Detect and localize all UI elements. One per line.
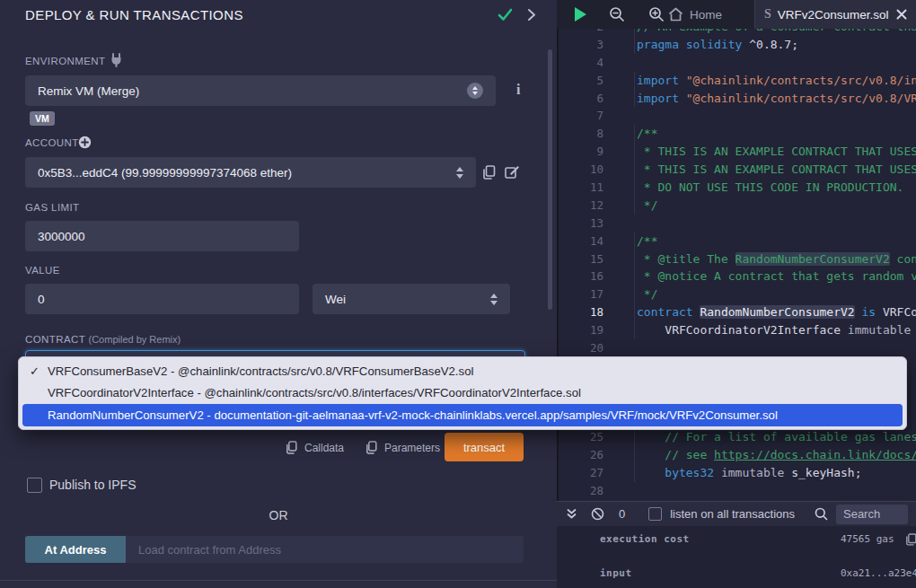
copy-calldata-icon[interactable] (286, 441, 297, 454)
zoom-out-icon[interactable] (609, 6, 627, 24)
terminal-bar: 0 listen on all transactions Search (557, 501, 916, 526)
tab-home-label: Home (690, 8, 722, 22)
code-line: 10 * THIS IS AN EXAMPLE CONTRACT THAT US… (557, 161, 916, 179)
close-tab-icon[interactable] (896, 9, 907, 20)
code-line: 20 (557, 339, 916, 357)
line-text: // An example of a consumer contract tha… (634, 29, 916, 36)
copy-parameters-icon[interactable] (366, 441, 377, 454)
collapse-panel-chevron-icon[interactable] (527, 8, 536, 22)
zoom-in-icon[interactable] (648, 6, 666, 24)
select-caret-icon (456, 167, 463, 179)
plug-icon (110, 53, 123, 67)
panel-scrollbar[interactable] (548, 49, 552, 310)
tab-vrfv2consumer[interactable]: S VRFv2Consumer.sol (754, 0, 916, 29)
contract-dropdown-list: ✓VRFConsumerBaseV2 - @chainlink/contract… (18, 356, 907, 430)
terminal-output[interactable]: execution cost47565 gasinput0xa21...a23e… (557, 526, 916, 588)
terminal-row-value: 47565 gas (841, 533, 894, 545)
terminal-row-value: 0xa21...a23e4 (841, 567, 916, 579)
line-number: 4 (557, 54, 603, 72)
code-line: 17 */ (557, 285, 916, 303)
listen-all-transactions-checkbox[interactable] (648, 507, 662, 521)
line-number: 25 (557, 428, 603, 446)
contract-dropdown-option[interactable]: VRFCoordinatorV2Interface - @chainlink/c… (22, 382, 903, 405)
line-text: */ (634, 197, 916, 215)
line-text: VRFCoordinatorV2Interface immutable COOR… (634, 321, 916, 339)
gas-limit-input[interactable]: 3000000 (25, 221, 299, 251)
code-line: 8/** (557, 125, 916, 143)
line-number: 20 (557, 339, 603, 357)
line-text: // see https://docs.chain.link/docs/vrf-… (634, 446, 916, 464)
line-number: 17 (557, 285, 603, 303)
line-text: * DO NOT USE THIS CODE IN PRODUCTION. (634, 179, 916, 197)
pending-tx-count: 0 (619, 507, 625, 521)
line-number: 8 (557, 125, 603, 143)
environment-select[interactable]: Remix VM (Merge) (25, 75, 496, 106)
value-unit: Wei (325, 293, 346, 306)
line-text: /** (634, 233, 916, 250)
line-text: // For a list of available gas lanes on … (634, 428, 916, 446)
code-line: 13 (557, 215, 916, 233)
line-text: import "@chainlink/contracts/src/v0.8/in… (634, 72, 916, 90)
contract-dropdown-option[interactable]: RandomNumberConsumerV2 - documentation-g… (22, 404, 903, 426)
code-line: 28 (557, 482, 916, 500)
code-view[interactable]: 2// An example of a consumer contract th… (557, 29, 916, 501)
code-line: 7 (557, 107, 916, 125)
at-address-button[interactable]: At Address (25, 536, 126, 563)
line-number: 26 (557, 446, 603, 464)
environment-value: Remix VM (Merge) (38, 84, 139, 98)
code-line: 3pragma solidity ^0.8.7; (557, 36, 916, 54)
code-line: 18contract RandomNumberConsumerV2 is VRF… (557, 303, 916, 321)
line-number: 15 (557, 250, 603, 268)
panel-divider (0, 580, 557, 581)
code-line: 2// An example of a consumer contract th… (557, 29, 916, 36)
code-line: 27 bytes32 immutable s_keyHash; (557, 464, 916, 482)
line-text: * @notice A contract that gets random va… (634, 268, 916, 285)
terminal-search-input[interactable]: Search (836, 505, 908, 524)
code-line: 11 * DO NOT USE THIS CODE IN PRODUCTION. (557, 179, 916, 197)
line-number: 16 (557, 268, 603, 285)
line-number: 5 (557, 72, 603, 90)
line-text: pragma solidity ^0.8.7; (634, 36, 916, 54)
copy-account-icon[interactable] (482, 165, 496, 180)
environment-info-icon[interactable]: i (516, 82, 520, 98)
line-number: 2 (557, 29, 603, 36)
run-script-play-icon[interactable] (572, 5, 590, 23)
option-label: VRFConsumerBaseV2 - @chainlink/contracts… (48, 364, 473, 378)
value-amount: 0 (38, 293, 45, 306)
tab-home[interactable]: Home (668, 0, 749, 29)
add-account-plus-icon[interactable] (78, 136, 92, 149)
page-title: DEPLOY & RUN TRANSACTIONS (25, 7, 243, 22)
line-number: 28 (557, 482, 603, 500)
publish-ipfs-checkbox[interactable] (27, 478, 42, 493)
value-input[interactable]: 0 (25, 284, 299, 314)
deploy-run-panel: DEPLOY & RUN TRANSACTIONS ENVIRONMENT Re… (0, 0, 557, 588)
terminal-row-label: input (600, 567, 632, 579)
clear-console-ban-icon[interactable] (591, 507, 604, 521)
solidity-file-icon: S (764, 7, 771, 22)
line-text: * THIS IS AN EXAMPLE CONTRACT THAT USES … (634, 161, 916, 179)
contract-dropdown-option[interactable]: ✓VRFConsumerBaseV2 - @chainlink/contract… (22, 360, 903, 382)
code-line: 19 VRFCoordinatorV2Interface immutable C… (557, 321, 916, 339)
code-line: 4 (557, 54, 916, 72)
code-line: 5import "@chainlink/contracts/src/v0.8/i… (557, 72, 916, 90)
value-unit-select[interactable]: Wei (313, 284, 510, 314)
option-label: VRFCoordinatorV2Interface - @chainlink/c… (48, 386, 581, 399)
contract-label-suffix: (Compiled by Remix) (89, 334, 181, 345)
copy-value-icon[interactable] (905, 533, 916, 546)
calldata-label: Calldata (304, 442, 344, 454)
sign-message-edit-icon[interactable] (505, 165, 520, 180)
expand-terminal-chevrons-icon[interactable] (566, 508, 577, 520)
parameters-label: Parameters (384, 442, 440, 454)
line-number: 12 (557, 197, 603, 215)
account-label: ACCOUNT (25, 137, 79, 148)
code-line: 14/** (557, 233, 916, 250)
line-number: 10 (557, 161, 603, 179)
code-line: 25 // For a list of available gas lanes … (557, 428, 916, 446)
terminal-search-icon (815, 507, 828, 521)
at-address-input[interactable]: Load contract from Address (126, 536, 524, 563)
account-select[interactable]: 0x5B3...eddC4 (99.99999999997374068 ethe… (25, 157, 476, 188)
line-number: 6 (557, 90, 603, 108)
line-number: 11 (557, 179, 603, 197)
transact-button[interactable]: transact (445, 433, 524, 461)
contract-label: CONTRACT (Compiled by Remix) (25, 334, 181, 345)
